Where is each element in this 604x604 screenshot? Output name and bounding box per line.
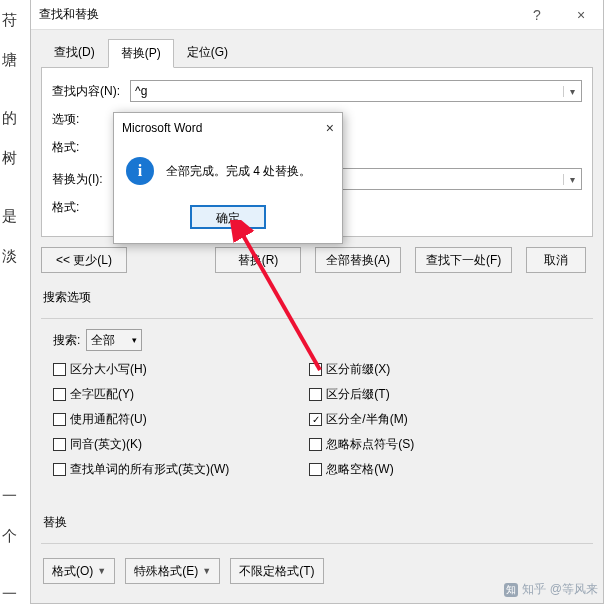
checkbox-icon [53,413,66,426]
close-button[interactable]: × [559,0,603,30]
less-button[interactable]: << 更少(L) [41,247,127,273]
chevron-down-icon[interactable]: ▾ [563,174,581,185]
search-scope-label: 搜索: [53,332,80,349]
watermark: 知 知乎 @等风来 [504,581,598,598]
search-scope-select[interactable]: 全部 ▾ [86,329,142,351]
dialog-title: 查找和替换 [31,6,515,23]
find-what-combo[interactable]: ▾ [130,80,582,102]
tab-replace[interactable]: 替换(P) [108,39,174,68]
checkbox-label: 同音(英文)(K) [70,436,142,453]
checkbox-icon [309,363,322,376]
checkbox-icon [53,463,66,476]
checkbox-option[interactable]: 查找单词的所有形式(英文)(W) [53,461,229,478]
checkbox-icon [53,363,66,376]
checkbox-option[interactable]: 区分大小写(H) [53,361,229,378]
dialog-titlebar: 查找和替换 ? × [31,0,603,30]
divider [41,543,593,544]
find-replace-dialog: 查找和替换 ? × 查找(D) 替换(P) 定位(G) 查找内容(N): ▾ 选… [30,0,604,604]
checkbox-icon: ✓ [309,413,322,426]
chevron-down-icon[interactable]: ▾ [563,86,581,97]
checkbox-option[interactable]: 区分后缀(T) [309,386,414,403]
checkbox-label: 区分全/半角(M) [326,411,407,428]
msgbox-close-button[interactable]: × [314,120,334,136]
find-what-input[interactable] [131,84,563,98]
cancel-button[interactable]: 取消 [526,247,586,273]
find-next-button[interactable]: 查找下一处(F) [415,247,512,273]
checkbox-label: 区分后缀(T) [326,386,389,403]
checkbox-label: 区分前缀(X) [326,361,390,378]
tab-strip: 查找(D) 替换(P) 定位(G) [31,30,603,67]
special-dropdown-button[interactable]: 特殊格式(E)▼ [125,558,220,584]
msgbox-text: 全部完成。完成 4 处替换。 [166,163,311,180]
search-options-label: 搜索选项 [31,283,603,312]
checkbox-option[interactable]: 使用通配符(U) [53,411,229,428]
checkbox-icon [309,463,322,476]
divider [41,318,593,319]
checkbox-icon [53,438,66,451]
checkbox-label: 忽略标点符号(S) [326,436,414,453]
format-dropdown-button[interactable]: 格式(O)▼ [43,558,115,584]
zhihu-icon: 知 [504,583,518,597]
checkbox-label: 查找单词的所有形式(英文)(W) [70,461,229,478]
ok-button[interactable]: 确定 [190,205,266,229]
checkbox-icon [53,388,66,401]
message-box: Microsoft Word × i 全部完成。完成 4 处替换。 确定 [113,112,343,244]
checkbox-label: 使用通配符(U) [70,411,147,428]
checkbox-label: 全字匹配(Y) [70,386,134,403]
msgbox-titlebar: Microsoft Word × [114,113,342,143]
checkbox-option[interactable]: ✓区分全/半角(M) [309,411,414,428]
msgbox-title: Microsoft Word [122,121,314,135]
checkbox-option[interactable]: 忽略空格(W) [309,461,414,478]
checkbox-label: 忽略空格(W) [326,461,393,478]
caret-down-icon: ▼ [202,566,211,576]
checkbox-option[interactable]: 忽略标点符号(S) [309,436,414,453]
info-icon: i [126,157,154,185]
no-formatting-button[interactable]: 不限定格式(T) [230,558,323,584]
options-grid: 区分大小写(H)全字匹配(Y)使用通配符(U)同音(英文)(K)查找单词的所有形… [31,361,603,478]
checkbox-option[interactable]: 区分前缀(X) [309,361,414,378]
checkbox-icon [309,388,322,401]
checkbox-icon [309,438,322,451]
caret-down-icon: ▼ [97,566,106,576]
background-doc-text: 苻塘的树是淡 一个一种上的数的 [0,0,30,604]
checkbox-option[interactable]: 同音(英文)(K) [53,436,229,453]
checkbox-label: 区分大小写(H) [70,361,147,378]
tab-goto[interactable]: 定位(G) [174,38,241,67]
replace-section-label: 替换 [31,508,603,537]
replace-all-button[interactable]: 全部替换(A) [315,247,401,273]
replace-button[interactable]: 替换(R) [215,247,301,273]
find-what-label: 查找内容(N): [52,83,130,100]
chevron-down-icon: ▾ [132,335,137,345]
help-button[interactable]: ? [515,0,559,30]
tab-find[interactable]: 查找(D) [41,38,108,67]
checkbox-option[interactable]: 全字匹配(Y) [53,386,229,403]
